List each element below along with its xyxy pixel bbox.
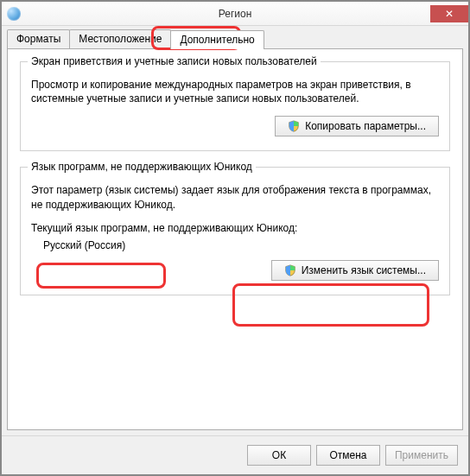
ok-button[interactable]: ОК: [247, 445, 311, 466]
group-welcome-desc: Просмотр и копирование международных пар…: [31, 78, 439, 105]
cancel-label: Отмена: [329, 449, 366, 461]
current-locale-label: Текущий язык программ, не поддерживающих…: [31, 222, 439, 234]
group-non-unicode-desc: Этот параметр (язык системы) задает язык…: [31, 183, 439, 211]
copy-settings-label: Копировать параметры...: [305, 120, 426, 132]
window-title: Регион: [2, 8, 468, 20]
group-welcome-screen: Экран приветствия и учетные записи новых…: [20, 61, 450, 151]
tab-panel-advanced: Экран приветствия и учетные записи новых…: [7, 48, 463, 430]
tab-formats[interactable]: Форматы: [7, 29, 70, 48]
dialog-footer: ОК Отмена Применить: [2, 435, 468, 474]
change-system-locale-label: Изменить язык системы...: [302, 264, 426, 276]
close-button[interactable]: ✕: [430, 5, 468, 22]
copy-settings-button[interactable]: Копировать параметры...: [275, 116, 439, 136]
current-locale-value: Русский (Россия): [43, 239, 439, 251]
group-non-unicode: Язык программ, не поддерживающих Юникод …: [20, 167, 450, 295]
tab-location[interactable]: Местоположение: [69, 29, 171, 48]
titlebar: Регион ✕: [2, 2, 468, 26]
tab-strip: Форматы Местоположение Дополнительно: [2, 26, 468, 48]
change-system-locale-button[interactable]: Изменить язык системы...: [271, 260, 439, 281]
group-non-unicode-legend: Язык программ, не поддерживающих Юникод: [28, 161, 256, 173]
cancel-button[interactable]: Отмена: [316, 445, 380, 466]
apply-label: Применить: [395, 449, 448, 461]
tab-advanced[interactable]: Дополнительно: [170, 30, 264, 49]
close-icon: ✕: [445, 9, 454, 19]
ok-label: ОК: [272, 449, 286, 461]
shield-icon: [288, 120, 300, 132]
region-dialog: Регион ✕ Форматы Местоположение Дополнит…: [2, 2, 468, 474]
system-icon: [7, 7, 21, 21]
shield-icon: [284, 264, 296, 276]
group-welcome-legend: Экран приветствия и учетные записи новых…: [28, 55, 321, 67]
apply-button[interactable]: Применить: [385, 445, 458, 466]
